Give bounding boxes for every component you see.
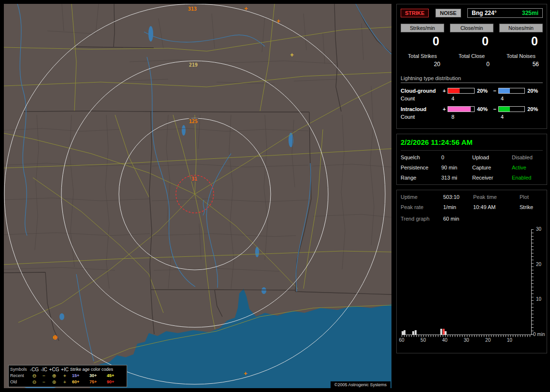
total-strikes-value: 20 xyxy=(401,59,444,68)
trend-window-value: 60 min xyxy=(443,216,543,222)
noises-per-min-chip[interactable]: Noises/min xyxy=(499,24,543,32)
cg-positive-count: 4 xyxy=(447,96,459,101)
age-90: 90+ xyxy=(105,379,122,385)
age-30: 30+ xyxy=(87,373,105,379)
map-canvas[interactable]: 313 219 125 31 xyxy=(4,4,391,388)
origin-label: 0 min xyxy=(533,332,545,337)
state-borders xyxy=(4,4,391,341)
legend-col-pcg: +CG xyxy=(49,366,59,373)
close-per-min-chip[interactable]: Close/min xyxy=(450,24,493,32)
capture-status: Active xyxy=(512,165,543,170)
x-tick-label: 20 xyxy=(484,337,492,343)
strikes-per-min-value: 0 xyxy=(401,32,444,49)
bearing-label: Bng 224° xyxy=(472,10,496,16)
peak-rate-value: 1/min xyxy=(443,204,473,210)
intracloud-label: Intracloud xyxy=(401,106,442,112)
distribution-title: Lightning type distribution xyxy=(401,75,543,83)
noises-per-min-value: 0 xyxy=(499,32,543,49)
x-tick-label: 30 xyxy=(462,337,471,343)
cg-negative-bar xyxy=(498,88,525,94)
bearing-range: 325mi xyxy=(522,10,538,16)
trend-graph: 0 min 302010605040302010 xyxy=(401,227,543,349)
y-tick-label: 20 xyxy=(536,262,549,267)
rate-counters: Strikes/min Close/min Noises/min 0 0 0 xyxy=(401,24,543,49)
map-legend: Symbols -CG -IC +CG +IC Strike age color… xyxy=(8,365,127,387)
pos-cg-icon: ⊕ xyxy=(49,379,59,385)
sidebar: STRIKE NOISE Bng 224° 325mi Strikes/min … xyxy=(396,4,547,388)
range-label: Range xyxy=(401,175,441,181)
ic-negative-bar xyxy=(498,106,525,112)
upload-label: Upload xyxy=(472,154,512,160)
peak-time-value: 10:49 AM xyxy=(473,204,520,210)
strike-button[interactable]: STRIKE xyxy=(401,9,429,17)
count-label: Count xyxy=(401,96,447,101)
noise-button[interactable]: NOISE xyxy=(435,9,461,17)
legend-row-recent-label: Recent xyxy=(10,373,29,379)
ic-positive-pct: 40% xyxy=(476,106,492,112)
stats-panel: STRIKE NOISE Bng 224° 325mi Strikes/min … xyxy=(396,4,547,129)
age-15: 15+ xyxy=(70,373,87,379)
totals: Total Strikes Total Close Total Noises 2… xyxy=(401,49,543,68)
plot-label: Plot xyxy=(520,194,543,200)
trend-graph-header: Trend graph 60 min xyxy=(401,216,543,222)
ic-positive-count: 8 xyxy=(447,114,459,120)
cg-negative-count: 4 xyxy=(496,96,508,101)
total-noises-label: Total Noises xyxy=(499,53,543,59)
receiver-status: Enabled xyxy=(512,175,543,181)
trend-bar xyxy=(440,329,442,335)
intracloud-row: Intracloud + 40% − 20% xyxy=(401,106,543,112)
toolbar: STRIKE NOISE Bng 224° 325mi xyxy=(401,8,543,18)
receiver-label: Receiver xyxy=(472,175,512,181)
plus-sign: + xyxy=(442,88,447,94)
legend-symbols-header: Symbols xyxy=(10,366,29,373)
x-tick-label: 60 xyxy=(397,337,406,343)
strikes-per-min-chip[interactable]: Strikes/min xyxy=(401,24,444,32)
cloud-ground-row: Cloud-ground + 20% − 20% xyxy=(401,88,543,94)
neg-cg-icon: ⊖ xyxy=(29,379,39,385)
legend-col-pic: +IC xyxy=(59,366,70,373)
ic-positive-bar xyxy=(448,106,475,112)
copyright-notice: ©2005 Astrogenic Systems xyxy=(331,381,391,388)
bearing-display: Bng 224° 325mi xyxy=(467,8,543,18)
persistence-label: Persistence xyxy=(401,165,441,170)
cg-positive-bar xyxy=(448,88,475,94)
peak-time-label: Peak time xyxy=(473,194,520,200)
x-axis-ticks xyxy=(402,335,531,337)
squelch-label: Squelch xyxy=(401,154,441,160)
legend-col-ncg: -CG xyxy=(29,366,39,373)
uptime-stats: Uptime 503:10 Peak time Plot Peak rate 1… xyxy=(401,194,543,210)
legend-col-nic: -IC xyxy=(39,366,49,373)
datetime-display: 2/2/2026 11:24:56 AM xyxy=(401,138,543,151)
app-window: 313 219 125 31 ++++⊕ Symbols -CG -IC +CG… xyxy=(0,0,550,392)
map-panel[interactable]: 313 219 125 31 ++++⊕ Symbols -CG -IC +CG… xyxy=(4,4,391,388)
cloud-ground-counts: Count 4 4 xyxy=(401,96,543,101)
upload-status: Disabled xyxy=(512,154,543,160)
plus-sign: + xyxy=(442,106,447,112)
legend-age-header: Strike age color codes xyxy=(70,366,122,373)
trend-bar xyxy=(402,331,404,335)
intracloud-counts: Count 8 4 xyxy=(401,114,543,120)
ring-label-31: 31 xyxy=(191,176,197,182)
x-tick-label: 10 xyxy=(505,337,514,343)
age-75: 75+ xyxy=(87,379,105,385)
neg-ic-icon: − xyxy=(39,373,49,379)
status-panel: 2/2/2026 11:24:56 AM Squelch 0 Upload Di… xyxy=(396,134,547,185)
y-tick-label: 10 xyxy=(536,296,549,302)
rivers xyxy=(17,4,391,361)
pos-ic-icon: + xyxy=(59,373,70,379)
y-axis-ticks xyxy=(532,229,534,335)
age-45: 45+ xyxy=(105,373,122,379)
y-tick-label: 30 xyxy=(536,226,549,232)
legend-row-old-label: Old xyxy=(10,379,29,385)
uptime-value: 503:10 xyxy=(443,194,473,200)
age-60: 60+ xyxy=(70,379,87,385)
cg-negative-pct: 20% xyxy=(526,88,543,94)
close-per-min-value: 0 xyxy=(450,32,493,49)
ring-label-125: 125 xyxy=(189,119,198,124)
neg-cg-icon: ⊖ xyxy=(29,373,39,379)
minus-sign: − xyxy=(492,106,497,112)
trend-panel: Uptime 503:10 Peak time Plot Peak rate 1… xyxy=(396,190,547,353)
trend-bar xyxy=(445,331,447,335)
neg-ic-icon: − xyxy=(39,379,49,385)
persistence-value: 90 min xyxy=(441,165,472,170)
